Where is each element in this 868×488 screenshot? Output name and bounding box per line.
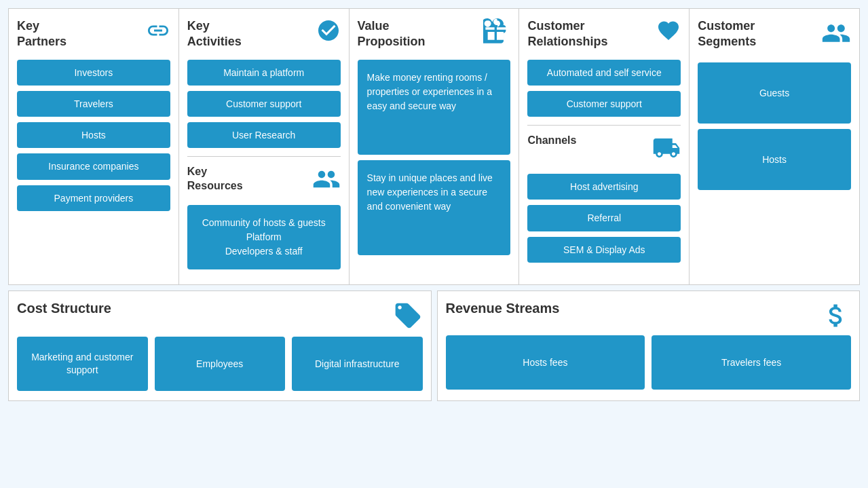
channels-title: Channels [527, 134, 576, 148]
people-icon [821, 18, 851, 53]
resources-box: Community of hosts & guestsPlatformDevel… [187, 205, 341, 269]
check-icon [316, 18, 341, 48]
guests-segment-box: Guests [698, 62, 851, 124]
customer-support-activity-box: Customer support [187, 91, 341, 117]
customer-segments-title: Customer Segments [698, 18, 756, 50]
maintain-platform-box: Maintain a platform [187, 60, 341, 86]
canvas: Key Partners Investors Travelers Hosts I… [8, 8, 860, 401]
sem-box: SEM & Display Ads [527, 237, 681, 263]
tag-icon [393, 301, 423, 337]
people-group-icon [312, 165, 341, 198]
link-icon [146, 18, 170, 48]
cost-structure-col: Cost Structure Marketing and customer su… [8, 290, 432, 401]
key-resources-title: Key Resources [187, 165, 243, 193]
hosts-fees-box: Hosts fees [446, 335, 645, 390]
key-activities-header: Key Activities [187, 18, 341, 50]
revenue-streams-header: Revenue Streams [446, 301, 852, 335]
digital-infra-box: Digital infrastructure [292, 337, 423, 391]
host-advertising-box: Host advertising [527, 174, 681, 200]
top-section: Key Partners Investors Travelers Hosts I… [8, 8, 860, 285]
insurance-box: Insurance companies [17, 153, 170, 179]
employees-cost-box: Employees [155, 337, 286, 391]
referral-box: Referral [527, 205, 681, 231]
customer-segments-column: Customer Segments Guests Hosts [690, 9, 859, 284]
marketing-cost-box: Marketing and customer support [17, 337, 148, 391]
customer-relationships-header: Customer Relationships [527, 18, 681, 50]
key-activities-title: Key Activities [187, 18, 242, 50]
key-resources-header: Key Resources [187, 165, 341, 198]
truck-icon [652, 134, 681, 167]
value-proposition-header: Value Proposition [358, 18, 511, 50]
user-research-box: User Research [187, 122, 341, 148]
customer-relationships-title: Customer Relationships [527, 18, 607, 50]
key-partners-header: Key Partners [17, 18, 170, 50]
value-prop-box-2: Stay in unique places and live new exper… [358, 160, 511, 255]
bottom-section: Cost Structure Marketing and customer su… [8, 290, 860, 401]
gift-icon [483, 18, 510, 50]
customer-relationships-column: Customer Relationships Automated and sel… [519, 9, 690, 284]
channels-header: Channels [527, 134, 681, 167]
revenue-items: Hosts fees Travelers fees [446, 335, 852, 390]
travelers-box: Travelers [17, 91, 170, 117]
channels-divider [527, 125, 681, 126]
customer-segments-header: Customer Segments [698, 18, 851, 53]
value-proposition-column: Value Proposition Make money renting roo… [350, 9, 520, 284]
hosts-box: Hosts [17, 122, 170, 148]
payment-box: Payment providers [17, 185, 170, 211]
automated-box: Automated and self service [527, 60, 681, 86]
travelers-fees-box: Travelers fees [652, 335, 851, 390]
revenue-streams-title: Revenue Streams [446, 301, 560, 316]
key-activities-column: Key Activities Maintain a platform Custo… [179, 9, 350, 284]
money-bag-icon [821, 301, 851, 335]
investors-box: Investors [17, 60, 170, 86]
key-partners-column: Key Partners Investors Travelers Hosts I… [9, 9, 179, 284]
heart-icon [656, 18, 681, 48]
value-proposition-title: Value Proposition [358, 18, 426, 50]
cost-items: Marketing and customer support Employees… [17, 337, 423, 391]
divider [187, 156, 341, 157]
hosts-segment-box: Hosts [698, 129, 851, 190]
cost-structure-header: Cost Structure [17, 301, 423, 337]
revenue-streams-col: Revenue Streams Hosts fees Travelers fee… [437, 290, 861, 401]
cost-structure-title: Cost Structure [17, 301, 111, 316]
value-prop-box-1: Make money renting rooms / properties or… [358, 60, 511, 155]
customer-support-rel-box: Customer support [527, 91, 681, 117]
key-partners-title: Key Partners [17, 18, 67, 50]
